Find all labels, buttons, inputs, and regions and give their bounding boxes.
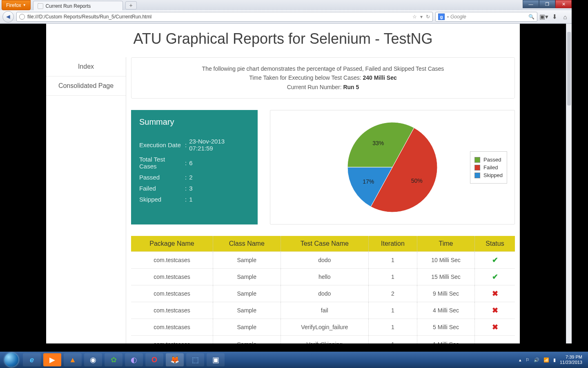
tray-date: 11/23/2013 bbox=[560, 360, 582, 365]
dropdown-icon[interactable]: ▾ bbox=[420, 14, 423, 20]
bookmarks-menu-icon[interactable]: ▣▾ bbox=[540, 13, 548, 21]
taskbar-firefox-icon[interactable]: 🦊 bbox=[166, 353, 184, 366]
main-content: The following pie chart demonstrates the… bbox=[126, 57, 520, 343]
pie-chart-panel: 33%50%17% PassedFailedSkipped bbox=[270, 110, 515, 224]
taskbar-media-icon[interactable]: ▶ bbox=[43, 353, 61, 366]
system-tray: ▴ ⚐ 🔊 📶 ▮ 7:39 PM 11/23/2013 bbox=[519, 355, 586, 365]
table-row: com.testcasesSampledodo110 Milli Sec✔ bbox=[131, 252, 515, 269]
windows-orb-icon bbox=[4, 353, 18, 367]
tray-network-icon[interactable]: 📶 bbox=[543, 357, 549, 363]
sidebar: IndexConsolidated Page bbox=[46, 57, 126, 343]
summary-panel: Summary Execution Date:23-Nov-2013 07:21… bbox=[131, 110, 258, 224]
taskbar-clover-icon[interactable]: ✿ bbox=[105, 353, 122, 366]
search-icon[interactable]: 🔍 bbox=[528, 14, 535, 20]
pie-label-failed: 50% bbox=[411, 177, 423, 184]
info-line1: The following pie chart demonstrates the… bbox=[138, 64, 508, 73]
cross-icon: ✖ bbox=[492, 289, 498, 298]
results-table: Package NameClass NameTest Case NameIter… bbox=[131, 236, 515, 343]
taskbar-eclipse-icon[interactable]: ◐ bbox=[125, 353, 143, 366]
table-row: com.testcasesSampleVerifyLogin_failure15… bbox=[131, 319, 515, 336]
browser-tab[interactable]: Current Run Reports bbox=[33, 1, 123, 10]
page-title: ATU Graphical Reports for Selenium - Tes… bbox=[46, 24, 520, 57]
info-box: The following pie chart demonstrates the… bbox=[131, 57, 515, 99]
col-status: Status bbox=[475, 236, 515, 252]
dash-icon: ▬ bbox=[491, 339, 499, 343]
browser-window: Firefox ▼ Current Run Reports + — ❐ ✕ ◄ … bbox=[0, 0, 572, 343]
legend-item-skipped: Skipped bbox=[474, 172, 503, 178]
taskbar-chrome-icon[interactable]: ◉ bbox=[84, 353, 102, 366]
window-controls: — ❐ ✕ bbox=[523, 0, 572, 10]
summary-table: Execution Date:23-Nov-2013 07:21:59Total… bbox=[139, 136, 249, 205]
url-text: file:///D:/Custom Reports/Results/Run_5/… bbox=[27, 14, 151, 20]
pie-label-skipped: 17% bbox=[363, 178, 374, 185]
taskbar-ie-icon[interactable]: e bbox=[23, 353, 41, 366]
summary-row: Skipped:1 bbox=[139, 194, 249, 205]
globe-icon bbox=[19, 14, 25, 20]
new-tab-button[interactable]: + bbox=[125, 1, 137, 9]
table-row: com.testcasesSamplehello115 Milli Sec✔ bbox=[131, 269, 515, 285]
summary-row: Execution Date:23-Nov-2013 07:21:59 bbox=[139, 136, 249, 154]
start-button[interactable] bbox=[2, 352, 20, 368]
urlbar-right: ☆ ▾ ↻ bbox=[412, 14, 430, 20]
cross-icon: ✖ bbox=[492, 306, 498, 314]
results-header-row: Package NameClass NameTest Case NameIter… bbox=[131, 236, 515, 252]
tray-battery-icon[interactable]: ▮ bbox=[553, 357, 556, 363]
page: ATU Graphical Reports for Selenium - Tes… bbox=[46, 24, 520, 343]
navbar: ◄ file:///D:/Custom Reports/Results/Run_… bbox=[0, 10, 572, 24]
legend-item-failed: Failed bbox=[474, 164, 503, 171]
tray-time: 7:39 PM bbox=[560, 355, 582, 360]
results-body: com.testcasesSampledodo110 Milli Sec✔com… bbox=[131, 252, 515, 343]
check-icon: ✔ bbox=[492, 256, 498, 264]
home-icon[interactable]: ⌂ bbox=[561, 13, 569, 21]
summary-row: Passed:2 bbox=[139, 172, 249, 183]
tray-flag-icon[interactable]: ⚐ bbox=[526, 357, 530, 363]
sidebar-item-consolidated-page[interactable]: Consolidated Page bbox=[46, 76, 126, 96]
firefox-menu-label: Firefox bbox=[6, 2, 21, 8]
info-line2: Time Taken for Executing below Test Case… bbox=[138, 73, 508, 82]
col-class-name: Class Name bbox=[213, 236, 281, 252]
back-button[interactable]: ◄ bbox=[2, 11, 14, 22]
tab-favicon-icon bbox=[38, 3, 43, 9]
scrollbar[interactable] bbox=[566, 24, 572, 343]
summary-row: Total Test Cases:6 bbox=[139, 154, 249, 172]
sidebar-item-index[interactable]: Index bbox=[46, 57, 126, 76]
minimize-button[interactable]: — bbox=[523, 0, 539, 8]
tray-up-icon[interactable]: ▴ bbox=[519, 357, 521, 363]
downloads-icon[interactable]: ⬇ bbox=[550, 13, 559, 21]
bookmark-icon[interactable]: ☆ bbox=[412, 14, 417, 20]
check-icon: ✔ bbox=[492, 273, 498, 281]
firefox-menu-button[interactable]: Firefox ▼ bbox=[2, 0, 31, 10]
reload-icon[interactable]: ↻ bbox=[426, 14, 430, 20]
titlebar: Firefox ▼ Current Run Reports + — ❐ ✕ bbox=[0, 0, 572, 10]
tab-title: Current Run Reports bbox=[46, 3, 91, 9]
chart-legend: PassedFailedSkipped bbox=[470, 151, 507, 184]
summary-heading: Summary bbox=[139, 117, 249, 127]
legend-item-passed: Passed bbox=[474, 157, 503, 163]
close-button[interactable]: ✕ bbox=[555, 0, 572, 8]
taskbar-cmd-icon[interactable]: ▣ bbox=[207, 353, 225, 366]
maximize-button[interactable]: ❐ bbox=[539, 0, 555, 8]
tray-clock[interactable]: 7:39 PM 11/23/2013 bbox=[560, 355, 582, 365]
caret-down-icon: ▼ bbox=[23, 3, 26, 7]
summary-row: Failed:3 bbox=[139, 183, 249, 194]
legend-swatch-icon bbox=[474, 173, 480, 178]
scrollbar-thumb[interactable] bbox=[567, 32, 571, 105]
pie-label-passed: 33% bbox=[372, 140, 384, 146]
tray-volume-icon[interactable]: 🔊 bbox=[534, 357, 539, 363]
search-placeholder: Google bbox=[450, 14, 466, 20]
legend-swatch-icon bbox=[474, 157, 480, 163]
table-row: com.testcasesSampleVerifySkipping11 Mill… bbox=[131, 336, 515, 343]
taskbar-app-icon[interactable]: ⬚ bbox=[186, 353, 204, 366]
taskbar-opera-icon[interactable]: O bbox=[145, 353, 163, 366]
search-bar[interactable]: g ▾ Google 🔍 bbox=[435, 12, 537, 22]
search-caret-icon: ▾ bbox=[447, 15, 449, 19]
url-bar[interactable]: file:///D:/Custom Reports/Results/Run_5/… bbox=[16, 12, 433, 22]
table-row: com.testcasesSamplefail14 Milli Sec✖ bbox=[131, 302, 515, 319]
taskbar-vlc-icon[interactable]: ▲ bbox=[64, 353, 82, 366]
pie-chart: 33%50%17% bbox=[343, 118, 441, 216]
info-line3: Current Run Number: Run 5 bbox=[138, 83, 508, 92]
table-row: com.testcasesSampledodo29 Milli Sec✖ bbox=[131, 285, 515, 302]
col-package-name: Package Name bbox=[131, 236, 213, 252]
col-iteration: Iteration bbox=[368, 236, 417, 252]
legend-swatch-icon bbox=[474, 165, 480, 171]
